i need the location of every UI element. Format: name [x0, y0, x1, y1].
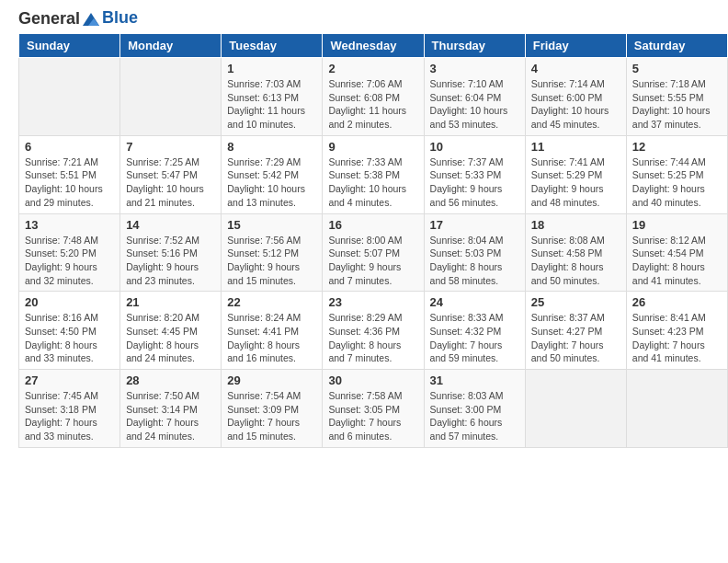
calendar-table: SundayMondayTuesdayWednesdayThursdayFrid…	[18, 33, 728, 448]
day-info: Sunrise: 7:41 AM Sunset: 5:29 PM Dayligh…	[531, 155, 620, 210]
day-number: 25	[531, 295, 620, 309]
day-info: Sunrise: 8:08 AM Sunset: 4:58 PM Dayligh…	[531, 234, 620, 288]
day-info: Sunrise: 8:03 AM Sunset: 3:00 PM Dayligh…	[430, 389, 519, 443]
calendar-cell	[626, 370, 727, 448]
day-info: Sunrise: 7:44 AM Sunset: 5:25 PM Dayligh…	[632, 155, 722, 210]
day-number: 18	[531, 218, 620, 232]
calendar-cell: 23Sunrise: 8:29 AM Sunset: 4:36 PM Dayli…	[323, 292, 424, 370]
logo-icon	[81, 11, 101, 28]
day-number: 3	[430, 62, 519, 75]
calendar-cell: 7Sunrise: 7:25 AM Sunset: 5:47 PM Daylig…	[120, 135, 222, 213]
calendar-cell: 14Sunrise: 7:52 AM Sunset: 5:16 PM Dayli…	[120, 213, 222, 292]
calendar-cell: 19Sunrise: 8:12 AM Sunset: 4:54 PM Dayli…	[626, 213, 727, 292]
day-header-monday: Monday	[120, 34, 222, 58]
day-number: 19	[632, 218, 722, 232]
calendar-cell: 22Sunrise: 8:24 AM Sunset: 4:41 PM Dayli…	[222, 292, 323, 370]
day-info: Sunrise: 8:00 AM Sunset: 5:07 PM Dayligh…	[328, 234, 417, 288]
day-number: 13	[25, 218, 114, 232]
calendar-cell: 4Sunrise: 7:14 AM Sunset: 6:00 PM Daylig…	[525, 58, 626, 136]
calendar-cell: 16Sunrise: 8:00 AM Sunset: 5:07 PM Dayli…	[323, 213, 424, 292]
calendar-cell: 1Sunrise: 7:03 AM Sunset: 6:13 PM Daylig…	[222, 58, 323, 136]
calendar-cell: 24Sunrise: 8:33 AM Sunset: 4:32 PM Dayli…	[424, 292, 525, 370]
day-number: 26	[632, 295, 722, 309]
day-info: Sunrise: 8:16 AM Sunset: 4:50 PM Dayligh…	[25, 311, 114, 365]
day-number: 12	[632, 140, 722, 154]
calendar-cell: 8Sunrise: 7:29 AM Sunset: 5:42 PM Daylig…	[222, 135, 323, 213]
day-info: Sunrise: 7:03 AM Sunset: 6:13 PM Dayligh…	[227, 77, 316, 132]
logo: General Blue	[18, 9, 138, 29]
day-number: 29	[227, 373, 316, 387]
day-info: Sunrise: 8:20 AM Sunset: 4:45 PM Dayligh…	[126, 311, 215, 365]
calendar-cell: 30Sunrise: 7:58 AM Sunset: 3:05 PM Dayli…	[323, 370, 424, 448]
day-header-friday: Friday	[525, 34, 626, 58]
day-number: 15	[227, 218, 316, 232]
day-info: Sunrise: 7:56 AM Sunset: 5:12 PM Dayligh…	[227, 234, 316, 288]
calendar-cell: 3Sunrise: 7:10 AM Sunset: 6:04 PM Daylig…	[424, 58, 525, 136]
day-info: Sunrise: 7:25 AM Sunset: 5:47 PM Dayligh…	[126, 155, 215, 210]
days-header-row: SundayMondayTuesdayWednesdayThursdayFrid…	[19, 34, 728, 58]
calendar-cell: 25Sunrise: 8:37 AM Sunset: 4:27 PM Dayli…	[525, 292, 626, 370]
calendar-cell: 15Sunrise: 7:56 AM Sunset: 5:12 PM Dayli…	[222, 213, 323, 292]
day-info: Sunrise: 7:50 AM Sunset: 3:14 PM Dayligh…	[126, 389, 215, 443]
calendar-cell: 11Sunrise: 7:41 AM Sunset: 5:29 PM Dayli…	[525, 135, 626, 213]
day-number: 14	[126, 218, 215, 232]
calendar-cell: 10Sunrise: 7:37 AM Sunset: 5:33 PM Dayli…	[424, 135, 525, 213]
calendar-week-4: 20Sunrise: 8:16 AM Sunset: 4:50 PM Dayli…	[19, 292, 728, 370]
day-number: 31	[430, 373, 519, 387]
day-header-thursday: Thursday	[424, 34, 525, 58]
calendar-cell	[525, 370, 626, 448]
day-number: 5	[632, 62, 722, 75]
day-header-tuesday: Tuesday	[222, 34, 323, 58]
day-number: 27	[25, 373, 114, 387]
day-number: 17	[430, 218, 519, 232]
day-number: 1	[227, 62, 316, 75]
day-header-wednesday: Wednesday	[323, 34, 424, 58]
calendar-cell: 9Sunrise: 7:33 AM Sunset: 5:38 PM Daylig…	[323, 135, 424, 213]
day-info: Sunrise: 7:10 AM Sunset: 6:04 PM Dayligh…	[430, 77, 519, 132]
day-info: Sunrise: 8:24 AM Sunset: 4:41 PM Dayligh…	[227, 311, 316, 365]
day-info: Sunrise: 7:21 AM Sunset: 5:51 PM Dayligh…	[25, 155, 114, 210]
day-number: 20	[25, 295, 114, 309]
day-number: 16	[328, 218, 417, 232]
day-number: 22	[227, 295, 316, 309]
logo-blue-text: Blue	[102, 8, 138, 28]
calendar-cell	[120, 58, 222, 136]
day-info: Sunrise: 8:33 AM Sunset: 4:32 PM Dayligh…	[430, 311, 519, 365]
calendar-cell: 21Sunrise: 8:20 AM Sunset: 4:45 PM Dayli…	[120, 292, 222, 370]
calendar-week-1: 1Sunrise: 7:03 AM Sunset: 6:13 PM Daylig…	[19, 58, 728, 136]
calendar-cell: 5Sunrise: 7:18 AM Sunset: 5:55 PM Daylig…	[626, 58, 727, 136]
day-number: 4	[531, 62, 620, 75]
calendar-cell: 18Sunrise: 8:08 AM Sunset: 4:58 PM Dayli…	[525, 213, 626, 292]
calendar-cell: 27Sunrise: 7:45 AM Sunset: 3:18 PM Dayli…	[19, 370, 120, 448]
day-number: 30	[328, 373, 417, 387]
calendar-cell: 29Sunrise: 7:54 AM Sunset: 3:09 PM Dayli…	[222, 370, 323, 448]
day-number: 2	[328, 62, 417, 75]
calendar-week-5: 27Sunrise: 7:45 AM Sunset: 3:18 PM Dayli…	[19, 370, 728, 448]
calendar-cell: 20Sunrise: 8:16 AM Sunset: 4:50 PM Dayli…	[19, 292, 120, 370]
day-info: Sunrise: 8:04 AM Sunset: 5:03 PM Dayligh…	[430, 234, 519, 288]
calendar-cell: 17Sunrise: 8:04 AM Sunset: 5:03 PM Dayli…	[424, 213, 525, 292]
day-number: 10	[430, 140, 519, 154]
day-info: Sunrise: 7:48 AM Sunset: 5:20 PM Dayligh…	[25, 234, 114, 288]
calendar-cell	[19, 58, 120, 136]
day-number: 9	[328, 140, 417, 154]
day-info: Sunrise: 7:45 AM Sunset: 3:18 PM Dayligh…	[25, 389, 114, 443]
calendar-cell: 2Sunrise: 7:06 AM Sunset: 6:08 PM Daylig…	[323, 58, 424, 136]
day-info: Sunrise: 7:33 AM Sunset: 5:38 PM Dayligh…	[328, 155, 417, 210]
calendar-week-2: 6Sunrise: 7:21 AM Sunset: 5:51 PM Daylig…	[19, 135, 728, 213]
calendar-cell: 31Sunrise: 8:03 AM Sunset: 3:00 PM Dayli…	[424, 370, 525, 448]
calendar-cell: 12Sunrise: 7:44 AM Sunset: 5:25 PM Dayli…	[626, 135, 727, 213]
day-info: Sunrise: 7:06 AM Sunset: 6:08 PM Dayligh…	[328, 77, 417, 132]
calendar-cell: 26Sunrise: 8:41 AM Sunset: 4:23 PM Dayli…	[626, 292, 727, 370]
day-info: Sunrise: 7:52 AM Sunset: 5:16 PM Dayligh…	[126, 234, 215, 288]
day-info: Sunrise: 8:29 AM Sunset: 4:36 PM Dayligh…	[328, 311, 417, 365]
day-header-saturday: Saturday	[626, 34, 727, 58]
day-number: 23	[328, 295, 417, 309]
calendar-cell: 6Sunrise: 7:21 AM Sunset: 5:51 PM Daylig…	[19, 135, 120, 213]
day-number: 28	[126, 373, 215, 387]
calendar-week-3: 13Sunrise: 7:48 AM Sunset: 5:20 PM Dayli…	[19, 213, 728, 292]
day-info: Sunrise: 7:37 AM Sunset: 5:33 PM Dayligh…	[430, 155, 519, 210]
day-info: Sunrise: 7:18 AM Sunset: 5:55 PM Dayligh…	[632, 77, 722, 132]
logo-general-text: General	[18, 9, 80, 29]
day-number: 7	[126, 140, 215, 154]
